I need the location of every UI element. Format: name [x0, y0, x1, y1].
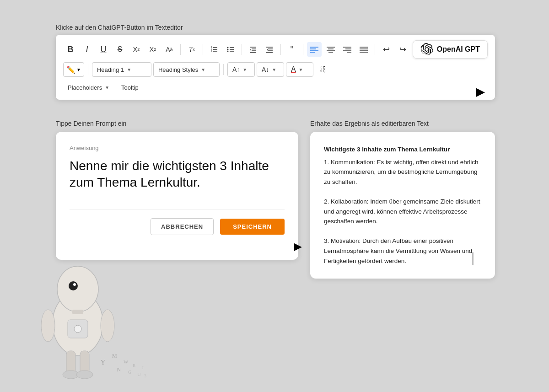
separator-6	[375, 44, 375, 55]
placeholders-label: Placeholders	[68, 84, 102, 91]
svg-point-47	[63, 371, 79, 379]
robot-illustration: Y M N W G R U J 3	[0, 246, 156, 392]
unordered-list-button[interactable]	[223, 42, 238, 57]
result-card: Wichtigste 3 Inhalte zum Thema Lernkultu…	[310, 132, 495, 279]
subscript-button[interactable]: X2	[129, 42, 144, 57]
svg-point-50	[74, 325, 81, 333]
svg-text:Y: Y	[101, 359, 105, 366]
toolbar-row-1: B I U S X2 X2 Aä Tx 1 2 3	[63, 40, 488, 59]
svg-point-48	[76, 371, 93, 379]
instruction-text: Klicke auf den ChatGPT-Button im Textedi…	[56, 24, 183, 31]
svg-text:W: W	[124, 359, 129, 365]
placeholders-arrow-icon: ▼	[105, 85, 109, 90]
blockquote-button[interactable]: "	[285, 42, 299, 57]
separator-1	[180, 44, 181, 55]
separator-4	[280, 44, 281, 55]
result-content: 1. Kommunikation: Es ist wichtig, offen …	[324, 159, 480, 264]
font-size-up-label: A↑	[232, 66, 240, 73]
svg-point-39	[57, 266, 98, 312]
result-section-label: Erhalte das Ergebnis als editierbaren Te…	[310, 120, 495, 127]
svg-point-40	[69, 281, 78, 290]
svg-text:J: J	[142, 365, 144, 370]
result-section: Erhalte das Ergebnis als editierbaren Te…	[310, 120, 495, 279]
svg-point-9	[227, 47, 229, 48]
font-size-up-dropdown[interactable]: A↑ ▼	[227, 62, 255, 77]
svg-point-43	[41, 310, 55, 342]
superscript-button[interactable]: X2	[145, 42, 160, 57]
clear-format-button[interactable]: Tx	[184, 42, 199, 57]
svg-point-44	[101, 310, 114, 342]
separator-8	[223, 64, 224, 75]
svg-text:M: M	[112, 353, 117, 359]
svg-text:3: 3	[144, 373, 146, 378]
link-button[interactable]: ⛓	[315, 62, 330, 77]
strikethrough-button[interactable]: S	[113, 42, 127, 57]
placeholders-dropdown[interactable]: Placeholders ▼	[63, 81, 114, 94]
heading-styles-label: Heading Styles	[158, 66, 198, 73]
font-color-dropdown[interactable]: A ▼	[286, 62, 313, 77]
font-size-down-arrow-icon: ▼	[272, 67, 276, 72]
align-left-button[interactable]	[307, 42, 322, 57]
openai-gpt-button[interactable]: OpenAI GPT	[413, 40, 488, 59]
ordered-list-button[interactable]: 1 2 3	[207, 42, 221, 57]
svg-marker-16	[250, 49, 251, 51]
bold-button[interactable]: B	[63, 42, 78, 57]
prompt-actions: ABBRECHEN SPEICHERN	[70, 218, 285, 235]
underline-button[interactable]: U	[96, 42, 111, 57]
heading-dropdown[interactable]: Heading 1 ▼	[92, 62, 151, 77]
font-size-down-dropdown[interactable]: A↓ ▼	[257, 62, 284, 77]
openai-logo-icon	[420, 43, 433, 56]
svg-text:3: 3	[211, 49, 212, 52]
font-color-arrow-icon: ▼	[299, 67, 303, 72]
toolbar-row-3: Placeholders ▼ Tooltip	[63, 81, 488, 94]
indent-left-button[interactable]	[262, 42, 277, 57]
prompt-section-label: Tippe Deinen Prompt ein	[56, 120, 298, 127]
justify-button[interactable]	[356, 42, 371, 57]
redo-button[interactable]: ↪	[395, 42, 410, 57]
italic-button[interactable]: I	[80, 42, 94, 57]
align-right-button[interactable]	[340, 42, 355, 57]
toolbar-row-2: ✏️ ▼ Heading 1 ▼ Heading Styles ▼ A↑ ▼ A…	[63, 62, 488, 77]
svg-rect-49	[68, 320, 88, 338]
font-case-button[interactable]: Aä	[162, 42, 177, 57]
cancel-button[interactable]: ABBRECHEN	[151, 218, 214, 235]
prompt-section: Tippe Deinen Prompt ein Anweisung Nenne …	[56, 120, 298, 260]
svg-point-41	[73, 283, 76, 286]
text-cursor-icon: ⎸	[473, 252, 484, 265]
font-size-down-label: A↓	[262, 66, 269, 73]
heading-dropdown-arrow-icon: ▼	[127, 67, 131, 72]
separator-2	[203, 44, 203, 55]
heading-styles-arrow-icon: ▼	[201, 67, 205, 72]
svg-rect-42	[72, 310, 83, 314]
svg-text:R: R	[133, 363, 135, 368]
heading-dropdown-label: Heading 1	[97, 66, 124, 73]
svg-point-38	[53, 291, 103, 355]
svg-point-11	[227, 51, 229, 52]
result-heading: Wichtigste 3 Inhalte zum Thema Lernkultu…	[324, 145, 481, 155]
openai-gpt-label: OpenAI GPT	[437, 45, 480, 54]
toolbar-panel: B I U S X2 X2 Aä Tx 1 2 3	[56, 35, 495, 100]
svg-point-10	[227, 49, 229, 50]
undo-button[interactable]: ↩	[379, 42, 393, 57]
align-center-button[interactable]	[323, 42, 338, 57]
heading-styles-dropdown[interactable]: Heading Styles ▼	[153, 62, 220, 77]
svg-text:U: U	[137, 371, 141, 377]
separator-3	[242, 44, 242, 55]
svg-text:N: N	[117, 366, 121, 373]
svg-rect-46	[80, 351, 89, 374]
prompt-card: Anweisung Nenne mir die wichtigsten 3 In…	[56, 132, 298, 260]
prompt-text: Nenne mir die wichtigsten 3 Inhalte zum …	[70, 158, 285, 191]
separator-5	[303, 44, 303, 55]
svg-rect-45	[66, 351, 75, 374]
paint-brush-button[interactable]: ✏️ ▼	[63, 62, 84, 77]
font-color-label: A	[291, 65, 296, 74]
tooltip-label: Tooltip	[121, 84, 139, 91]
svg-marker-21	[267, 49, 268, 51]
prompt-divider	[70, 209, 285, 210]
indent-right-button[interactable]	[246, 42, 260, 57]
result-text: Wichtigste 3 Inhalte zum Thema Lernkultu…	[324, 145, 481, 266]
save-cursor-icon: ▶	[294, 241, 302, 252]
save-button[interactable]: SPEICHERN	[220, 219, 285, 235]
svg-text:G: G	[128, 370, 131, 375]
separator-7	[88, 64, 88, 75]
